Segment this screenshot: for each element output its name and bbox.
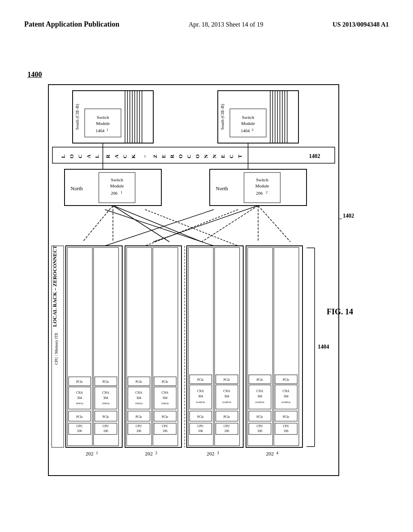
svg-text:2: 2: [266, 190, 268, 194]
svg-text:2x40Gb: 2x40Gb: [255, 401, 265, 404]
svg-text:CPU: CPU: [76, 424, 83, 428]
svg-text:202: 202: [145, 451, 153, 457]
svg-text:CNA: CNA: [136, 391, 142, 395]
svg-text:1404: 1404: [318, 344, 329, 350]
svg-text:South (CIE-B): South (CIE-B): [220, 104, 225, 130]
svg-text:PCIe: PCIe: [197, 378, 204, 382]
svg-text:T: T: [237, 154, 243, 158]
svg-text:106: 106: [77, 429, 82, 433]
svg-text:1: 1: [96, 451, 98, 455]
svg-text:PCIe: PCIe: [283, 378, 289, 382]
svg-rect-112: [125, 246, 181, 447]
svg-text:North: North: [71, 185, 83, 191]
svg-text:Module: Module: [255, 183, 269, 188]
svg-text:Module: Module: [110, 183, 124, 188]
svg-line-78: [258, 206, 290, 242]
main-diagram-svg: 1402 LOCAL RACK – ZEROCONNECT South (CIE…: [24, 73, 371, 504]
svg-text:304: 304: [224, 395, 229, 398]
svg-text:206: 206: [111, 191, 118, 195]
svg-line-73: [113, 206, 169, 242]
svg-text:CNA: CNA: [162, 391, 169, 395]
svg-text:304: 304: [77, 396, 82, 400]
svg-text:2x40Gb: 2x40Gb: [222, 401, 232, 404]
svg-text:Z: Z: [152, 154, 158, 158]
svg-text:Switch: Switch: [256, 177, 269, 182]
svg-text:A: A: [86, 154, 92, 158]
svg-text:PCIe: PCIe: [162, 415, 168, 419]
svg-text:106: 106: [224, 429, 229, 433]
svg-text:CPU: CPU: [162, 424, 168, 428]
svg-text:L: L: [60, 154, 66, 158]
patent-number: US 2013/0094348 A1: [332, 21, 389, 28]
svg-text:R: R: [105, 154, 111, 158]
svg-text:1404: 1404: [96, 128, 105, 133]
svg-rect-85: [66, 246, 122, 447]
svg-text:2x40Gb: 2x40Gb: [196, 401, 205, 404]
svg-text:2x40Gb: 2x40Gb: [282, 401, 291, 404]
svg-text:100Gb: 100Gb: [75, 402, 83, 405]
svg-text:1404: 1404: [241, 128, 250, 133]
page-header: Patent Application Publication Apr. 18, …: [24, 20, 389, 29]
svg-line-75: [153, 206, 258, 242]
svg-text:1402: 1402: [343, 213, 354, 219]
sheet-info: Apr. 18, 2013 Sheet 14 of 19: [189, 21, 263, 28]
svg-text:Switch: Switch: [111, 177, 123, 182]
svg-rect-167: [246, 246, 302, 447]
svg-text:106: 106: [103, 429, 108, 433]
svg-text:106: 106: [284, 429, 288, 433]
svg-text:PCIe: PCIe: [197, 415, 204, 419]
svg-text:E: E: [220, 155, 226, 158]
svg-text:PCIe: PCIe: [162, 380, 168, 384]
svg-text:PCIe: PCIe: [76, 380, 83, 384]
svg-text:PCIe: PCIe: [257, 378, 263, 382]
svg-text:C: C: [77, 154, 83, 158]
svg-text:100Gb: 100Gb: [135, 402, 143, 405]
svg-text:K: K: [130, 154, 136, 158]
svg-text:CPU: CPU: [223, 424, 230, 428]
svg-text:CPU: CPU: [257, 424, 263, 428]
svg-text:R: R: [169, 154, 175, 158]
svg-text:1402: 1402: [309, 153, 320, 159]
svg-text:CPU: CPU: [102, 424, 109, 428]
svg-text:202: 202: [86, 451, 94, 457]
svg-text:L: L: [94, 154, 100, 158]
svg-text:CPU: CPU: [283, 424, 289, 428]
svg-text:C: C: [122, 154, 128, 158]
svg-text:304: 304: [257, 395, 262, 398]
svg-text:PCIe: PCIe: [136, 380, 142, 384]
svg-text:PCIe: PCIe: [223, 415, 230, 419]
svg-text:100Gb: 100Gb: [161, 402, 169, 405]
svg-text:–: –: [141, 155, 147, 158]
svg-text:202: 202: [266, 451, 274, 457]
svg-text:304: 304: [198, 395, 203, 398]
svg-text:CNA: CNA: [257, 389, 263, 393]
svg-text:2: 2: [155, 451, 157, 455]
svg-text:CNA: CNA: [76, 391, 83, 395]
svg-text:1: 1: [106, 128, 108, 132]
svg-text:PCIe: PCIe: [136, 415, 142, 419]
svg-text:PCIe: PCIe: [102, 380, 109, 384]
svg-text:PCIe: PCIe: [283, 415, 289, 419]
svg-text:CNA: CNA: [102, 391, 109, 395]
svg-text:304: 304: [163, 396, 167, 400]
svg-text:202: 202: [206, 451, 215, 457]
svg-text:CNA: CNA: [283, 389, 290, 393]
svg-text:CNA: CNA: [223, 389, 230, 393]
svg-text:N: N: [203, 154, 209, 158]
svg-text:Module: Module: [96, 121, 110, 126]
svg-text:LOCAL RACK – ZEROCONNECT: LOCAL RACK – ZEROCONNECT: [52, 245, 58, 327]
svg-text:106: 106: [257, 429, 262, 433]
publication-title: Patent Application Publication: [24, 20, 119, 29]
svg-text:CPU / Memory ITE: CPU / Memory ITE: [54, 332, 58, 365]
svg-text:CPU: CPU: [136, 424, 142, 428]
svg-text:106: 106: [163, 429, 167, 433]
svg-rect-140: [187, 246, 243, 447]
svg-text:O: O: [69, 154, 75, 158]
svg-text:Switch: Switch: [242, 115, 254, 120]
svg-text:206: 206: [256, 191, 263, 195]
svg-text:PCIe: PCIe: [223, 378, 230, 382]
svg-text:CPU: CPU: [197, 424, 204, 428]
svg-text:North: North: [216, 185, 228, 191]
svg-text:O: O: [177, 154, 184, 158]
svg-text:4: 4: [276, 451, 278, 455]
